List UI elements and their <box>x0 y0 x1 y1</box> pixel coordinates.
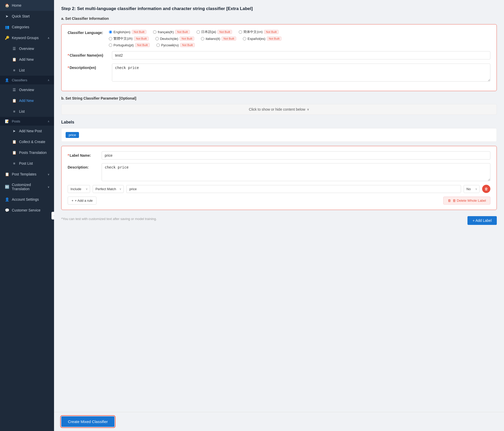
lang-radio-fr[interactable] <box>153 30 156 34</box>
add-label-button[interactable]: + Add Label <box>467 216 497 225</box>
include-select-wrapper: Include Exclude <box>68 185 90 193</box>
include-select[interactable]: Include Exclude <box>68 185 90 193</box>
sidebar-item-collect-create[interactable]: 📋 Collect & Create <box>0 136 54 147</box>
sidebar-item-post-templates[interactable]: 📋 Post Templates ∨ <box>0 169 54 180</box>
list-cl-icon: ≡ <box>12 109 16 114</box>
create-mixed-classifier-button[interactable]: Create Mixed Classifier <box>61 416 114 427</box>
not-built-badge-cn: Not Built <box>264 30 279 34</box>
sidebar-item-overview-kw[interactable]: ☰ Overview <box>0 43 54 54</box>
sidebar: 🏠 Home ➤ Quick Start 👥 Categories 🔑 Keyw… <box>0 0 54 431</box>
lang-option-fr[interactable]: français(fr) Not Built <box>153 30 190 34</box>
chevron-up-icon: ∧ <box>48 79 49 82</box>
sidebar-item-label: Overview <box>19 88 34 92</box>
keyword-groups-icon: 🔑 <box>5 36 9 40</box>
sidebar-item-label: Account Settings <box>12 197 39 201</box>
no-select[interactable]: No Yes <box>464 185 480 193</box>
label-desc-label: Description: <box>68 163 99 169</box>
lang-option-de[interactable]: Deutsch(de) Not Built <box>155 37 194 41</box>
overview-cl-icon: ☰ <box>12 87 16 92</box>
sidebar-collapse-handle[interactable]: ‹ <box>51 212 54 219</box>
label-desc-textarea[interactable]: check price <box>102 163 490 181</box>
sidebar-item-keyword-groups[interactable]: 🔑 Keyword Groups ∧ <box>0 32 54 43</box>
add-new-icon: 📋 <box>12 57 16 62</box>
lang-option-en[interactable]: English(en) Not Built <box>109 30 146 34</box>
lang-radio-de[interactable] <box>155 37 159 40</box>
sidebar-item-label: Quick Start <box>12 14 30 18</box>
lang-radio-cn[interactable] <box>239 30 242 34</box>
sidebar-item-add-new-kw[interactable]: 📋 Add New <box>0 54 54 65</box>
sidebar-item-home[interactable]: 🏠 Home <box>0 0 54 11</box>
sidebar-item-label: Customer Service <box>12 208 40 212</box>
match-select[interactable]: Perfect Match Contains Starts With Ends … <box>93 185 124 193</box>
label-name-input[interactable] <box>102 151 490 160</box>
classifier-name-input[interactable] <box>112 51 490 59</box>
sidebar-item-posts-translation[interactable]: 📋 Posts Translation <box>0 147 54 158</box>
lang-radio-zh[interactable] <box>109 37 112 40</box>
label-name-label: *Label Name: <box>68 151 99 157</box>
sidebar-item-overview-cl[interactable]: ☰ Overview <box>0 84 54 95</box>
sidebar-item-posts[interactable]: 📝 Posts ∧ <box>0 117 54 126</box>
label-badge-price[interactable]: price <box>66 132 79 138</box>
classifier-desc-textarea[interactable]: check price <box>112 64 490 82</box>
sidebar-item-label: Add New <box>19 57 34 61</box>
lang-label-it: italiano(it) <box>206 37 220 41</box>
lang-radio-pt[interactable] <box>109 43 112 47</box>
lang-radio-ja[interactable] <box>197 30 200 34</box>
lang-radio-es[interactable] <box>243 37 246 40</box>
lang-radio-it[interactable] <box>201 37 204 40</box>
sidebar-item-customer-service[interactable]: 💬 Customer Service <box>0 205 54 216</box>
lang-label-es: Español(es) <box>247 37 265 41</box>
sidebar-item-account-settings[interactable]: 👤 Account Settings <box>0 194 54 205</box>
delete-rule-button[interactable]: 🗑 <box>482 185 490 193</box>
sidebar-item-label: Add New <box>19 99 34 103</box>
post-templates-icon: 📋 <box>5 172 9 177</box>
not-built-badge-es: Not Built <box>267 37 282 41</box>
sidebar-item-label: Add New Post <box>19 129 42 133</box>
sidebar-item-classifiers[interactable]: 👤 Classifiers ∧ <box>0 76 54 84</box>
sidebar-item-categories[interactable]: 👥 Categories <box>0 22 54 32</box>
delete-label-text: 🗑 Delete Whole Label <box>453 199 486 203</box>
classifier-name-row: *Classifier Name(en) <box>68 51 490 59</box>
lang-label-fr: français(fr) <box>158 30 174 34</box>
label-desc-row: Description: check price <box>68 163 490 181</box>
not-built-badge-de: Not Built <box>180 37 194 41</box>
add-rule-button[interactable]: + + Add a rule <box>68 197 96 205</box>
sidebar-item-add-new-cl[interactable]: 📋 Add New <box>0 95 54 106</box>
list-icon: ≡ <box>12 68 16 73</box>
sidebar-item-quick-start[interactable]: ➤ Quick Start <box>0 11 54 22</box>
sidebar-item-customized-translation[interactable]: 🔤 Customized Translation ∨ <box>0 180 54 194</box>
categories-icon: 👥 <box>5 25 9 29</box>
sidebar-item-post-list[interactable]: ≡ Post List <box>0 158 54 169</box>
rule-text-input[interactable] <box>126 185 461 193</box>
sidebar-item-add-new-post[interactable]: ➤ Add New Post <box>0 126 54 136</box>
lang-option-it[interactable]: italiano(it) Not Built <box>201 37 236 41</box>
sidebar-item-list-kw[interactable]: ≡ List <box>0 65 54 76</box>
sidebar-item-label: Post List <box>19 161 33 165</box>
lang-row-1: English(en) Not Built français(fr) Not B… <box>109 30 490 34</box>
lang-label-cn: 简体中文(cn) <box>243 30 262 34</box>
posts-icon: 📝 <box>5 119 9 124</box>
language-row-1: Classifier Language: English(en) Not Bui… <box>68 30 490 49</box>
lang-option-cn[interactable]: 简体中文(cn) Not Built <box>239 30 279 34</box>
lang-option-pt[interactable]: Português(pt) Not Built <box>109 43 150 47</box>
lang-option-ja[interactable]: 日本語(ja) Not Built <box>197 30 232 34</box>
delete-label-button[interactable]: 🗑 🗑 Delete Whole Label <box>443 197 490 205</box>
lang-option-ru[interactable]: Русский(ru) Not Built <box>156 43 195 47</box>
lang-label-zh: 繁體中文(zh) <box>113 36 132 41</box>
toggle-text: Click to show or hide content below <box>249 107 305 111</box>
lang-row-2: 繁體中文(zh) Not Built Deutsch(de) Not Built… <box>109 36 490 41</box>
sidebar-item-label: Home <box>12 3 21 7</box>
lang-radio-ru[interactable] <box>156 43 160 47</box>
toggle-section[interactable]: Click to show or hide content below ∨ <box>61 104 497 115</box>
chevron-up-icon: ∧ <box>48 37 49 39</box>
chevron-down-icon: ∨ <box>48 186 49 188</box>
sidebar-item-label: Categories <box>12 25 29 29</box>
lang-radio-en[interactable] <box>109 30 112 34</box>
sidebar-item-list-cl[interactable]: ≡ List <box>0 106 54 117</box>
lang-option-es[interactable]: Español(es) Not Built <box>243 37 281 41</box>
step-title: Step 2: Set multi-language classifier in… <box>61 6 497 11</box>
label-name-row: *Label Name: <box>68 151 490 160</box>
content-area: Step 2: Set multi-language classifier in… <box>54 0 504 412</box>
not-built-badge-en: Not Built <box>132 30 147 34</box>
lang-option-zh[interactable]: 繁體中文(zh) Not Built <box>109 36 149 41</box>
